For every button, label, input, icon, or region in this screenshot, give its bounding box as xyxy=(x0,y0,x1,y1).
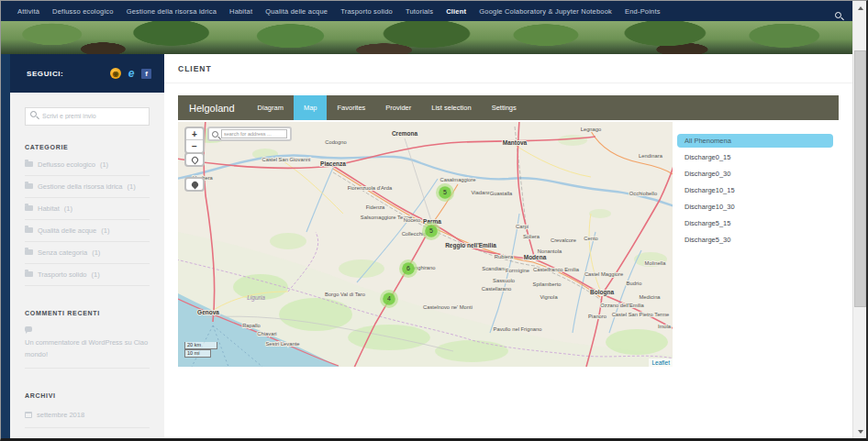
client-area: Helgoland DiagramMapFavoritesProviderLis… xyxy=(164,83,852,367)
leaflet-map[interactable]: CremonaMantovaPiacenzaParmaReggio nell'E… xyxy=(178,122,673,367)
client-tab[interactable]: List selection xyxy=(421,95,481,120)
client-tab[interactable]: Provider xyxy=(375,95,421,120)
cluster-marker[interactable]: 4 xyxy=(380,290,398,308)
magnifier-icon xyxy=(212,131,218,138)
cluster-count: 5 xyxy=(429,227,433,234)
folder-icon xyxy=(25,205,33,211)
zoom-control: + − xyxy=(184,127,205,154)
vertical-scrollbar[interactable] xyxy=(852,1,866,438)
map-place-label: Castelfranco Emilia xyxy=(533,267,580,272)
map-place-label: Codogno xyxy=(325,139,347,145)
category-item[interactable]: Senza categoria (1) xyxy=(25,242,150,264)
nav-item[interactable]: Google Colaboratory & Jupyter Notebook xyxy=(479,7,612,16)
client-tab[interactable]: Map xyxy=(294,95,328,120)
map-place-label: Castel San Giovanni xyxy=(262,157,311,162)
sidebar: SEGUICI: ◉ef CATEGORIE Deflusso ecologic… xyxy=(10,54,164,438)
cluster-marker[interactable]: 6 xyxy=(399,259,417,278)
widget-item[interactable]: settembre 2018 xyxy=(25,402,150,429)
folder-icon xyxy=(25,183,33,189)
follow-label: SEGUICI: xyxy=(27,70,63,78)
station-pin-icon xyxy=(190,180,199,189)
browser-window: AttivitàDeflusso ecologicoGestione della… xyxy=(0,0,868,441)
helgoland-navbar: Helgoland DiagramMapFavoritesProviderLis… xyxy=(178,95,839,120)
nav-item[interactable]: End-Points xyxy=(625,7,661,16)
nav-item[interactable]: Tutorials xyxy=(406,7,433,16)
leaflet-attribution-link[interactable]: Leaflet xyxy=(649,358,673,367)
pin-icon xyxy=(190,155,199,164)
facebook-icon[interactable]: f xyxy=(141,69,151,79)
zoom-out-button[interactable]: − xyxy=(186,140,203,152)
main-content: CLIENT Helgoland DiagramMapFavoritesProv… xyxy=(164,54,852,438)
folder-icon xyxy=(25,227,33,233)
category-count: (1) xyxy=(64,204,72,213)
sidebar-search-input[interactable] xyxy=(25,107,150,126)
map-place-label: Rapallo xyxy=(242,323,261,328)
map-place-label: Modena xyxy=(524,254,547,260)
phenomenon-item[interactable]: Discharge10_15 xyxy=(677,183,833,197)
map-place-label: Noceto xyxy=(404,217,420,223)
map-place-label: Mantova xyxy=(503,139,528,146)
category-count: (1) xyxy=(101,226,109,235)
nav-item[interactable]: Qualità delle acque xyxy=(265,7,328,16)
phenomenon-item[interactable]: Discharge10_30 xyxy=(677,200,833,214)
map-place-label: Soliera xyxy=(523,234,540,239)
scroll-down-button[interactable] xyxy=(853,424,867,438)
search-icon[interactable] xyxy=(835,6,841,22)
category-item[interactable]: Gestione della risorsa idrica (1) xyxy=(25,176,150,198)
zoom-in-button[interactable]: + xyxy=(186,128,203,140)
category-item[interactable]: Trasporto solido (1) xyxy=(25,264,150,286)
category-label: Qualità delle acque xyxy=(38,226,96,235)
map-place-label: Fidenza xyxy=(366,204,385,210)
yellow-badge-icon[interactable]: ◉ xyxy=(110,68,121,79)
address-search-input[interactable] xyxy=(221,129,287,138)
phenomenon-item[interactable]: All Phenomena xyxy=(677,134,833,148)
sidebar-body: CATEGORIE Deflusso ecologico (1)Gestione… xyxy=(10,93,164,438)
nav-item[interactable]: Trasporto solido xyxy=(340,7,393,16)
cluster-marker[interactable]: 5 xyxy=(422,222,440,240)
phenomena-list: All PhenomenaDischarge0_15Discharge0_30D… xyxy=(677,122,833,367)
nav-item[interactable]: Client xyxy=(446,7,466,16)
scrollbar-thumb[interactable] xyxy=(854,50,866,307)
nav-item[interactable]: Attività xyxy=(17,7,39,16)
nav-item[interactable]: Deflusso ecologico xyxy=(52,7,114,16)
category-item[interactable]: Qualità delle acque (1) xyxy=(25,220,150,242)
helgoland-brand[interactable]: Helgoland xyxy=(178,103,248,114)
map-place-label: Lendinara xyxy=(639,153,663,159)
map-place-label: Rubiera xyxy=(495,254,514,259)
top-navigation: AttivitàDeflusso ecologicoGestione della… xyxy=(1,1,852,21)
client-row: CremonaMantovaPiacenzaParmaReggio nell'E… xyxy=(178,122,852,367)
calendar-icon xyxy=(25,412,32,418)
recent-comments-title: COMMENTI RECENTI xyxy=(25,310,150,316)
category-item[interactable]: Habitat (1) xyxy=(25,198,150,220)
nav-item[interactable]: Habitat xyxy=(229,7,252,16)
scale-km: 20 km xyxy=(184,342,217,349)
client-tab[interactable]: Settings xyxy=(482,95,527,120)
widget-text: settembre 2018 xyxy=(37,409,84,422)
map-place-label: Chiavari xyxy=(257,331,276,336)
categories-list: Deflusso ecologico (1)Gestione della ris… xyxy=(25,154,150,286)
nav-item[interactable]: Gestione della risorsa idrica xyxy=(127,7,217,16)
phenomenon-item[interactable]: Discharge5_30 xyxy=(677,233,833,247)
client-tab[interactable]: Diagram xyxy=(248,95,294,120)
scroll-up-button[interactable] xyxy=(853,1,867,15)
social-icons: ◉ef xyxy=(110,68,151,79)
map-place-label: Cremona xyxy=(392,130,418,137)
map-place-label: Molinella xyxy=(645,260,667,266)
internet-explorer-icon[interactable]: e xyxy=(126,68,137,79)
phenomenon-item[interactable]: Discharge0_15 xyxy=(677,150,833,164)
map-place-label: Castelnovo ne' Monti xyxy=(423,304,473,310)
category-item[interactable]: Deflusso ecologico (1) xyxy=(25,154,150,176)
categories-title: CATEGORIE xyxy=(25,144,150,150)
locate-marker-button[interactable] xyxy=(184,152,205,167)
phenomenon-item[interactable]: Discharge5_15 xyxy=(677,216,833,230)
client-tab[interactable]: Favorites xyxy=(327,95,375,120)
widget-item[interactable]: Un commentatore di WordPress su Ciao mon… xyxy=(25,320,150,369)
cluster-marker[interactable]: 5 xyxy=(436,183,454,202)
down-arrow-icon xyxy=(858,430,863,434)
phenomenon-item[interactable]: Discharge0_30 xyxy=(677,167,833,181)
map-place-label: Cento xyxy=(584,236,597,241)
map-place-label: Legnago xyxy=(581,127,602,132)
map-place-label: Spilamberto xyxy=(533,281,562,287)
follow-bar: SEGUICI: ◉ef xyxy=(10,54,164,93)
stations-button[interactable] xyxy=(184,177,205,192)
